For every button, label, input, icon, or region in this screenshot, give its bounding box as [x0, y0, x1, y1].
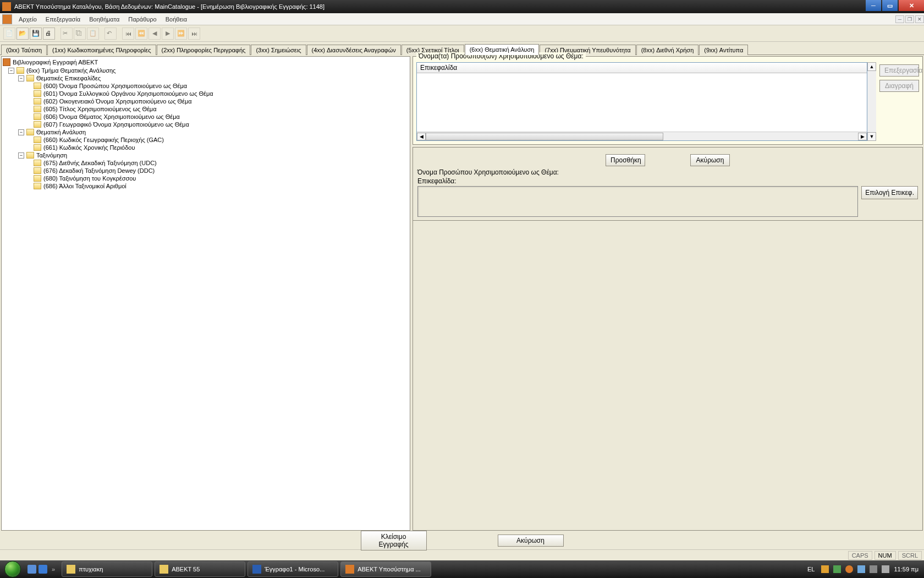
tab-9xx[interactable]: (9xx) Αντίτυπα [699, 45, 748, 55]
tree-section[interactable]: − (6xx) Τμήμα Θεματικής Ανάλυσης [3, 67, 409, 74]
tree-item[interactable]: (676) Δεκαδική Ταξινόμηση Dewey (DDC) [3, 167, 409, 175]
taskbar-item-active[interactable]: ΑΒΕΚΤ Υποσύστημα ... [340, 561, 431, 577]
tray-icon[interactable] [833, 565, 841, 573]
tree-item[interactable]: (605) Τίτλος Χρησιμοποιούμενος ως Θέμα [3, 105, 409, 113]
tree-group-2[interactable]: − Ταξινόμηση [3, 151, 409, 159]
tree-panel: Βιβλιογραφική Εγγραφή ΑΒΕΚΤ − (6xx) Τμήμ… [1, 56, 410, 531]
expander-icon[interactable]: − [18, 129, 24, 135]
start-button[interactable] [0, 560, 25, 578]
taskbar-item[interactable]: Έγγραφο1 - Microso... [248, 561, 338, 577]
list-body[interactable] [417, 73, 867, 132]
tree-item[interactable]: (686) Άλλοι Ταξινομικοί Αριθμοί [3, 182, 409, 190]
tree-item[interactable]: (601) Όνομα Συλλογικού Οργάνου Χρησιμοπο… [3, 90, 409, 97]
horizontal-scrollbar[interactable]: ◀ ▶ [417, 132, 867, 140]
tray-icon[interactable] [821, 565, 829, 573]
delete-button[interactable]: Διαγραφή [879, 80, 919, 92]
tree-item[interactable]: (607) Γεωγραφικό Όνομα Χρησιμοποιούμενο … [3, 121, 409, 128]
tree-item[interactable]: (602) Οικογενειακό Όνομα Χρησιμοποιούμεν… [3, 97, 409, 105]
menu-help[interactable]: Βοήθεια [161, 15, 191, 24]
rewind-icon: ⏪ [138, 30, 145, 37]
status-caps: CAPS [848, 551, 872, 560]
tree-item[interactable]: (680) Ταξινόμηση του Κογκρέσσου [3, 175, 409, 182]
nav-fastfwd[interactable]: ⏩ [175, 28, 187, 40]
list-column-header[interactable]: Επικεφαλίδα [417, 63, 867, 73]
scroll-thumb[interactable] [426, 133, 663, 140]
folder-icon [34, 175, 41, 182]
tab-4xx[interactable]: (4xx) Διασυνδέσεις Αναγραφών [307, 45, 401, 55]
edit-button[interactable]: Επεξεργασία [879, 64, 919, 77]
nav-last[interactable]: ⏭ [188, 28, 200, 40]
mdi-restore-button[interactable]: ❐ [905, 15, 914, 23]
expander-icon[interactable]: − [18, 75, 24, 81]
tab-8xx[interactable]: (8xx) Διεθνή Χρήση [636, 45, 699, 55]
quick-launch-icon[interactable] [28, 565, 36, 574]
mdi-close-button[interactable]: ✕ [915, 15, 924, 23]
close-button[interactable]: ✕ [899, 0, 924, 11]
tree-item[interactable]: (661) Κωδικός Χρονικής Περιόδου [3, 144, 409, 151]
taskbar-item[interactable]: ABEKT 55 [155, 561, 245, 577]
scroll-left-icon[interactable]: ◀ [417, 133, 426, 140]
tree-group-1[interactable]: − Θεματική Ανάλυση [3, 128, 409, 136]
language-indicator[interactable]: EL [805, 565, 817, 574]
prev-icon: ◀ [152, 30, 157, 37]
cut-icon: ✂ [63, 30, 70, 37]
cancel-record-button[interactable]: Ακύρωση [498, 535, 564, 547]
network-icon[interactable] [870, 565, 877, 573]
minimize-button[interactable]: ─ [866, 0, 881, 11]
tree-item[interactable]: (606) Όνομα Θέματος Χρησιμοποιούμενο ως … [3, 113, 409, 121]
tab-3xx[interactable]: (3xx) Σημειώσεις [251, 45, 306, 55]
expander-icon[interactable]: − [18, 152, 24, 159]
scroll-up-icon[interactable]: ▲ [867, 62, 876, 71]
tb-undo[interactable]: ↶ [105, 28, 117, 40]
tree-item[interactable]: (600) Όνομα Προσώπου Χρησιμοποιούμενο ως… [3, 82, 409, 90]
tb-btn-3[interactable]: 💾 [30, 28, 42, 40]
close-record-button[interactable]: Κλείσιμο Εγγραφής [361, 531, 427, 550]
menu-edit[interactable]: Επεξεργασία [41, 15, 85, 24]
scroll-right-icon[interactable]: ▶ [858, 133, 867, 140]
add-button[interactable]: Προσθήκη [606, 154, 645, 166]
tab-2xx[interactable]: (2xx) Πληροφορίες Περιγραφής [157, 45, 251, 55]
nav-next[interactable]: ▶ [162, 28, 174, 40]
tray-icon[interactable] [857, 565, 865, 573]
nav-first[interactable]: ⏮ [122, 28, 134, 40]
paste-icon: 📋 [89, 30, 97, 37]
tb-cut[interactable]: ✂ [61, 28, 73, 40]
subject-listbox[interactable]: Επικεφαλίδα ◀ ▶ [416, 62, 867, 141]
cancel-button[interactable]: Ακύρωση [690, 154, 730, 166]
select-heading-button[interactable]: Επιλογή Επικεφ. [861, 186, 918, 199]
taskbar-item[interactable]: πτυχιακη [62, 561, 152, 577]
clock[interactable]: 11:59 πμ [894, 566, 919, 572]
nav-fastback[interactable]: ⏪ [135, 28, 147, 40]
folder-icon [34, 137, 41, 143]
content: Βιβλιογραφική Εγγραφή ΑΒΕΚΤ − (6xx) Τμήμ… [0, 55, 924, 532]
tree-root-label: Βιβλιογραφική Εγγραφή ΑΒΕΚΤ [13, 59, 98, 66]
tab-6xx[interactable]: (6xx) Θεματική Ανάλυση [465, 44, 540, 55]
maximize-button[interactable]: ▭ [882, 0, 898, 11]
menu-tools[interactable]: Βοηθήματα [85, 15, 124, 24]
tab-1xx[interactable]: (1xx) Κωδικοποιημένες Πληροφορίες [47, 45, 156, 55]
tb-paste[interactable]: 📋 [87, 28, 99, 40]
scroll-down-icon[interactable]: ▼ [867, 132, 876, 141]
nav-prev[interactable]: ◀ [148, 28, 161, 40]
quick-launch-icon[interactable] [38, 565, 47, 574]
tree-root[interactable]: Βιβλιογραφική Εγγραφή ΑΒΕΚΤ [3, 58, 409, 67]
heading-textarea[interactable] [417, 186, 858, 217]
tree-item[interactable]: (675) Διεθνής Δεκαδική Ταξινόμηση (UDC) [3, 159, 409, 167]
tree-item[interactable]: (660) Κωδικός Γεωγραφικής Περιοχής (GAC) [3, 136, 409, 144]
first-icon: ⏮ [125, 30, 131, 37]
volume-icon[interactable] [882, 565, 889, 573]
tb-btn-4[interactable]: 🖨 [43, 28, 55, 40]
mdi-minimize-button[interactable]: ─ [895, 15, 904, 23]
expander-icon[interactable]: − [8, 68, 14, 74]
tab-0xx[interactable]: (0xx) Ταύτιση [1, 45, 47, 55]
menu-file[interactable]: Αρχείο [14, 15, 41, 24]
menu-window[interactable]: Παράθυρο [124, 15, 161, 24]
tb-btn-2[interactable]: 📂 [16, 28, 29, 40]
tray-icon[interactable] [845, 565, 853, 573]
vertical-scrollbar[interactable]: ▲ ▼ [867, 62, 876, 141]
tb-btn-1[interactable]: 📄 [3, 28, 15, 40]
tree-group-0[interactable]: − Θεματικές Επικεφαλίδες [3, 74, 409, 82]
tb-copy[interactable]: ⿻ [74, 28, 86, 40]
undo-icon: ↶ [107, 30, 114, 37]
separator-icon: » [52, 566, 55, 572]
